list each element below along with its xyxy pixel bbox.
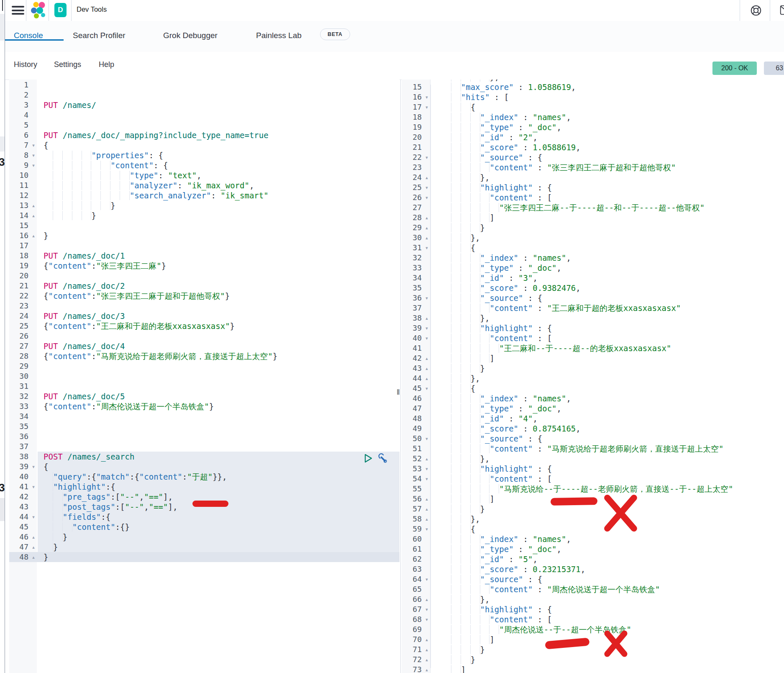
line-number: 48 bbox=[9, 552, 29, 562]
fold-toggle-icon[interactable]: ▴ bbox=[423, 313, 431, 323]
code-line: 18PUT /names/_doc/1 bbox=[9, 251, 400, 261]
code-line: 26▾ "content" : [ bbox=[402, 193, 784, 203]
code-text: "highlight":{ bbox=[38, 482, 400, 492]
code-text: {"content":"王二麻和于超的老板xxasxasxasx"} bbox=[38, 321, 400, 331]
fold-toggle-icon[interactable]: ▴ bbox=[423, 655, 431, 665]
fold-toggle-icon[interactable]: ▾ bbox=[423, 574, 431, 584]
fold-toggle-icon[interactable]: ▴ bbox=[29, 200, 38, 211]
line-number: 29 bbox=[402, 223, 423, 233]
fold-toggle-icon[interactable]: ▴ bbox=[423, 213, 431, 223]
line-number: 18 bbox=[9, 251, 29, 261]
fold-toggle-icon[interactable]: ▾ bbox=[423, 152, 431, 162]
fold-toggle-icon[interactable]: ▾ bbox=[423, 464, 431, 474]
fold-toggle-icon[interactable]: ▴ bbox=[29, 552, 38, 562]
fold-toggle-icon[interactable]: ▾ bbox=[423, 434, 431, 444]
tab-search-profiler[interactable]: Search Profiler bbox=[73, 31, 126, 40]
tab-grok-debugger[interactable]: Grok Debugger bbox=[163, 31, 218, 40]
help-icon[interactable] bbox=[750, 4, 762, 18]
page-title: Dev Tools bbox=[77, 5, 107, 13]
code-text: }, bbox=[431, 594, 784, 604]
header-separator bbox=[71, 0, 72, 21]
fold-toggle-icon[interactable]: ▴ bbox=[29, 211, 38, 221]
code-line: 70▴ ] bbox=[402, 634, 784, 645]
fold-toggle-icon[interactable]: ▾ bbox=[423, 182, 431, 193]
fold-toggle-icon[interactable]: ▾ bbox=[423, 524, 431, 534]
fold-toggle-icon[interactable]: ▾ bbox=[29, 140, 38, 150]
send-request-icon[interactable] bbox=[363, 453, 373, 466]
fold-toggle-icon[interactable]: ▴ bbox=[423, 665, 431, 673]
elastic-logo[interactable] bbox=[30, 1, 48, 22]
tab-painless-lab[interactable]: Painless Lab bbox=[256, 31, 302, 40]
fold-toggle-icon[interactable]: ▾ bbox=[423, 323, 431, 333]
line-number: 41 bbox=[402, 343, 423, 353]
fold-toggle-icon[interactable]: ▴ bbox=[423, 634, 431, 645]
fold-toggle-icon[interactable]: ▾ bbox=[29, 512, 38, 522]
history-menu[interactable]: History bbox=[14, 60, 37, 69]
fold-toggle-icon[interactable]: ▴ bbox=[423, 353, 431, 363]
code-line: 28▴ ] bbox=[402, 213, 784, 223]
fold-spacer bbox=[423, 122, 431, 132]
fold-toggle-icon[interactable]: ▴ bbox=[423, 172, 431, 182]
pane-divider[interactable] bbox=[400, 80, 401, 673]
fold-toggle-icon[interactable]: ▴ bbox=[29, 542, 38, 552]
code-line: 47 "_type" : "_doc", bbox=[402, 403, 784, 414]
fold-toggle-icon[interactable]: ▾ bbox=[423, 383, 431, 393]
wrench-icon[interactable] bbox=[377, 453, 388, 466]
line-number: 44 bbox=[9, 512, 29, 522]
fold-toggle-icon[interactable]: ▴ bbox=[423, 223, 431, 233]
fold-toggle-icon[interactable]: ▾ bbox=[423, 243, 431, 253]
settings-menu[interactable]: Settings bbox=[54, 60, 81, 69]
fold-spacer bbox=[423, 403, 431, 414]
header-separator bbox=[740, 0, 740, 21]
line-number: 45 bbox=[402, 383, 423, 393]
code-line: 21PUT /names/_doc/2 bbox=[9, 281, 400, 291]
fold-toggle-icon[interactable]: ▴ bbox=[423, 504, 431, 514]
fold-spacer bbox=[29, 331, 38, 341]
line-number: 4 bbox=[9, 110, 29, 120]
fold-toggle-icon[interactable]: ▾ bbox=[29, 462, 38, 472]
code-line: 71▴ } bbox=[402, 645, 784, 655]
fold-toggle-icon[interactable]: ▴ bbox=[423, 454, 431, 464]
line-number: 39 bbox=[402, 323, 423, 333]
help-menu[interactable]: Help bbox=[99, 60, 114, 69]
fold-toggle-icon[interactable]: ▾ bbox=[29, 160, 38, 170]
fold-toggle-icon[interactable]: ▾ bbox=[423, 614, 431, 624]
fold-toggle-icon[interactable]: ▴ bbox=[423, 645, 431, 655]
menu-icon[interactable] bbox=[12, 6, 24, 15]
fold-toggle-icon[interactable]: ▾ bbox=[423, 474, 431, 484]
console-toolbar: History Settings Help 200 - OK 63 m bbox=[5, 52, 784, 80]
fold-toggle-icon[interactable]: ▾ bbox=[423, 92, 431, 102]
fold-toggle-icon[interactable]: ▾ bbox=[423, 102, 431, 112]
fold-toggle-icon[interactable]: ▾ bbox=[29, 150, 38, 160]
fold-toggle-icon[interactable]: ▴ bbox=[423, 494, 431, 504]
fold-toggle-icon[interactable]: ▴ bbox=[423, 233, 431, 243]
code-line: 48 "_id" : "4", bbox=[402, 414, 784, 424]
fold-toggle-icon[interactable]: ▴ bbox=[29, 231, 38, 241]
pane-resize-handle[interactable]: ‖ bbox=[397, 388, 400, 397]
line-number: 56 bbox=[402, 494, 423, 504]
tab-console[interactable]: Console bbox=[14, 31, 43, 40]
code-line: 72▴ } bbox=[402, 655, 784, 665]
fold-toggle-icon[interactable]: ▴ bbox=[423, 363, 431, 373]
line-number: 68 bbox=[402, 614, 423, 624]
fold-toggle-icon[interactable]: ▾ bbox=[423, 193, 431, 203]
fold-toggle-icon[interactable]: ▴ bbox=[423, 594, 431, 604]
code-text: {"content":"马斯克说给于超老师刷火箭，直接送于超上太空"} bbox=[38, 351, 400, 361]
code-line: 59▾ { bbox=[402, 524, 784, 534]
line-number: 73 bbox=[402, 665, 423, 673]
fold-toggle-icon[interactable]: ▴ bbox=[29, 532, 38, 542]
line-number: 6 bbox=[9, 130, 29, 140]
code-text: "_id" : "4", bbox=[431, 414, 784, 424]
fold-toggle-icon[interactable]: ▾ bbox=[423, 604, 431, 614]
fold-toggle-icon[interactable]: ▴ bbox=[423, 373, 431, 383]
fold-toggle-icon[interactable]: ▴ bbox=[423, 514, 431, 524]
fold-toggle-icon[interactable]: ▾ bbox=[423, 333, 431, 343]
line-number: 27 bbox=[9, 341, 29, 351]
mail-icon[interactable] bbox=[780, 5, 784, 17]
fold-toggle-icon[interactable]: ▾ bbox=[423, 293, 431, 303]
fold-toggle-icon[interactable]: ▾ bbox=[29, 482, 38, 492]
code-text: "highlight" : { bbox=[431, 323, 784, 333]
request-editor[interactable]: 123PUT /names/456PUT /names/_doc/_mappin… bbox=[9, 80, 400, 673]
response-viewer[interactable]: },15 "max_score" : 1.0588619,16▾ "hits" … bbox=[402, 80, 784, 673]
code-line: 16▾ "hits" : [ bbox=[402, 92, 784, 102]
